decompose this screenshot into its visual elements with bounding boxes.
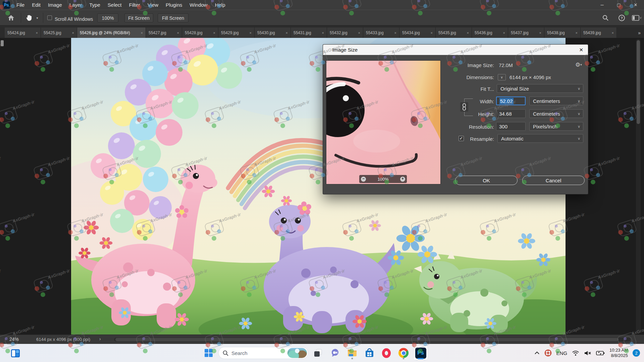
status-menu-chevron-icon[interactable]: ›: [99, 336, 101, 342]
resample-select[interactable]: Automatic∨: [497, 134, 583, 143]
ok-button[interactable]: OK: [455, 176, 518, 185]
tab-close-icon[interactable]: ×: [211, 31, 215, 35]
preview-zoom-out-button[interactable]: −: [361, 177, 366, 182]
document-tab-55437[interactable]: 55437.jpg×: [508, 27, 544, 38]
document-tab-55428[interactable]: 55428.jpg×: [182, 27, 218, 38]
tray-chevron-up-icon[interactable]: [534, 351, 540, 355]
vertical-scrollbar-thumb[interactable]: [637, 40, 640, 124]
resolution-unit-select[interactable]: Pixels/Inch∨: [529, 122, 583, 131]
tab-close-icon[interactable]: ×: [319, 31, 324, 35]
task-view-icon[interactable]: [311, 346, 325, 360]
document-tab-55425[interactable]: 55425.jpg×: [41, 27, 77, 38]
restore-button[interactable]: ▢: [610, 0, 627, 10]
cancel-button[interactable]: Cancel: [522, 176, 585, 185]
tab-close-icon[interactable]: ×: [392, 31, 396, 35]
tab-close-icon[interactable]: ×: [573, 31, 578, 35]
zoom-100-button[interactable]: 100%: [97, 13, 118, 22]
document-tab-55432[interactable]: 55432.jpg×: [327, 27, 363, 38]
tray-language[interactable]: ENG: [556, 350, 568, 356]
dialog-close-icon[interactable]: ✕: [579, 47, 583, 53]
tab-close-icon[interactable]: ×: [174, 31, 179, 35]
search-highlight-image[interactable]: [287, 348, 307, 358]
tab-close-icon[interactable]: ×: [247, 31, 252, 35]
menu-type[interactable]: Type: [86, 0, 104, 10]
file-explorer-icon[interactable]: [345, 346, 360, 360]
notification-badge[interactable]: 2: [633, 349, 640, 357]
menu-help[interactable]: Help: [211, 0, 229, 10]
horizontal-scrollbar[interactable]: [114, 338, 631, 342]
dialog-titlebar[interactable]: Image Size ✕: [323, 45, 588, 55]
workspace-chevron-icon[interactable]: ˅: [638, 13, 643, 22]
document-tab-55431[interactable]: 55431.jpg×: [291, 27, 327, 38]
menu-layer[interactable]: Layer: [66, 0, 86, 10]
tab-close-icon[interactable]: ×: [138, 31, 143, 35]
chat-icon[interactable]: [328, 346, 342, 360]
dimensions-unit-chevron[interactable]: ∨: [498, 74, 506, 80]
document-tab-55433[interactable]: 55433.jpg×: [363, 27, 399, 38]
widgets-icon[interactable]: [9, 347, 22, 360]
wifi-icon[interactable]: [572, 350, 579, 356]
tab-close-icon[interactable]: ×: [500, 31, 505, 35]
close-button[interactable]: ✕: [627, 0, 644, 10]
hand-tool-icon[interactable]: [24, 13, 34, 22]
horizontal-scrollbar-thumb[interactable]: [115, 338, 619, 341]
document-tab-55438[interactable]: 55438.jpg×: [544, 27, 581, 38]
document-tab-55429[interactable]: 55429.jpg×: [218, 27, 255, 38]
document-tab-55436[interactable]: 55436.jpg×: [472, 27, 508, 38]
microsoft-store-icon[interactable]: [362, 346, 377, 360]
minimize-button[interactable]: ─: [594, 0, 610, 10]
start-button[interactable]: [201, 346, 216, 360]
width-unit-select[interactable]: Centimeters∨: [529, 97, 583, 105]
tab-close-icon[interactable]: ×: [464, 31, 469, 35]
menu-view[interactable]: View: [144, 0, 162, 10]
tab-close-icon[interactable]: ×: [283, 31, 288, 35]
zoom-level-field[interactable]: 24%: [9, 337, 19, 342]
tab-close-icon[interactable]: ×: [33, 31, 38, 35]
tray-app-icon[interactable]: [544, 349, 552, 357]
document-tab-55426[interactable]: 55426.jpg @ 24% (RGB/8#)×: [77, 27, 146, 38]
menu-edit[interactable]: Edit: [28, 0, 44, 10]
document-tab-55435[interactable]: 55435.jpg×: [436, 27, 472, 38]
tab-close-icon[interactable]: ×: [537, 31, 541, 35]
width-input[interactable]: 52.02: [496, 97, 526, 105]
menu-file[interactable]: File: [13, 0, 28, 10]
menu-filter[interactable]: Filter: [125, 0, 144, 10]
home-icon[interactable]: [6, 13, 16, 22]
chrome-icon[interactable]: [396, 346, 411, 360]
tab-close-icon[interactable]: ×: [609, 31, 614, 35]
menu-plugins[interactable]: Plugins: [162, 0, 186, 10]
gear-icon[interactable]: ⚙▾: [575, 61, 582, 68]
tab-close-icon[interactable]: ×: [356, 31, 360, 35]
fit-to-select[interactable]: Original Size∨: [497, 84, 583, 93]
fill-screen-button[interactable]: Fill Screen: [158, 13, 189, 22]
document-tab-55430[interactable]: 55430.jpg×: [255, 27, 291, 38]
document-tab-55424[interactable]: 55424.jpg×: [5, 27, 41, 38]
vertical-scrollbar[interactable]: [636, 39, 641, 334]
opera-icon[interactable]: [379, 346, 394, 360]
search-icon[interactable]: [600, 13, 610, 22]
menu-image[interactable]: Image: [44, 0, 66, 10]
tab-close-icon[interactable]: ×: [428, 31, 433, 35]
document-tab-55439[interactable]: 55439.jpg×: [581, 27, 617, 38]
tab-close-icon[interactable]: ×: [69, 31, 74, 35]
menu-window[interactable]: Window: [186, 0, 211, 10]
search-input[interactable]: Search: [218, 347, 308, 359]
preview-zoom-in-button[interactable]: +: [400, 177, 405, 182]
volume-muted-icon[interactable]: [584, 350, 591, 356]
battery-charging-icon[interactable]: [596, 351, 605, 356]
tray-clock[interactable]: 10:23 AM 8/8/2025: [609, 348, 628, 358]
hand-tool-chevron-icon[interactable]: ▾: [34, 13, 40, 22]
document-tab-55427[interactable]: 55427.jpg×: [146, 27, 182, 38]
tab-overflow-chevron[interactable]: »: [638, 27, 641, 38]
document-tab-55434[interactable]: 55434.jpg×: [399, 27, 436, 38]
photoshop-taskbar-icon[interactable]: Ps: [413, 346, 428, 360]
resolution-input[interactable]: 300: [496, 122, 526, 131]
panel-collapse-handle[interactable]: [1, 40, 4, 46]
image-preview[interactable]: − 100% +: [326, 60, 441, 184]
height-input[interactable]: 34.68: [496, 109, 526, 118]
help-icon[interactable]: ?: [616, 13, 627, 22]
fit-screen-button[interactable]: Fit Screen: [124, 13, 153, 22]
menu-select[interactable]: Select: [104, 0, 125, 10]
scroll-all-windows-checkbox[interactable]: [47, 15, 52, 20]
height-unit-select[interactable]: Centimeters∨: [529, 109, 583, 118]
